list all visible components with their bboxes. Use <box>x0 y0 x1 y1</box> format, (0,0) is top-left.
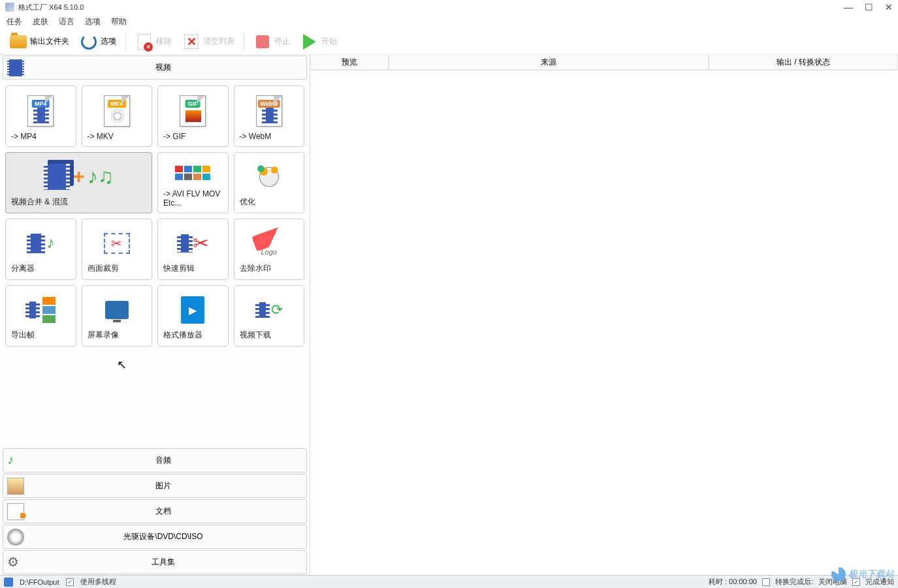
film-icon <box>44 164 70 190</box>
menu-skin[interactable]: 皮肤 <box>33 16 48 27</box>
tile-screen-record[interactable]: 屏幕录像 <box>82 285 153 347</box>
remove-label: 移除 <box>156 36 172 47</box>
picture-icon <box>7 478 24 495</box>
tile-label: 快速剪辑 <box>163 263 223 274</box>
category-audio[interactable]: ♪ 音频 <box>3 448 307 472</box>
player-icon <box>181 296 204 324</box>
category-document[interactable]: 文档 <box>3 499 307 523</box>
column-output[interactable]: 输出 / 转换状态 <box>709 55 898 70</box>
tile-mp4[interactable]: MP4 -> MP4 <box>5 85 76 147</box>
clear-list-label: 清空列表 <box>203 36 234 47</box>
multithread-label: 使用多线程 <box>80 577 116 587</box>
clear-icon: ✕ <box>184 35 199 49</box>
export-frame-icon <box>25 297 56 323</box>
options-button[interactable]: 选项 <box>76 31 120 53</box>
notify-label: 完成通知 <box>865 577 894 587</box>
stop-button[interactable]: 停止 <box>249 31 294 53</box>
tile-splitter[interactable]: ♪ 分离器 <box>5 219 76 280</box>
category-label: 文档 <box>24 506 302 517</box>
menu-task[interactable]: 任务 <box>7 16 22 27</box>
toolbar-separator <box>125 33 126 51</box>
tile-label: 分离器 <box>11 263 71 274</box>
download-icon: ⟳ <box>255 302 283 318</box>
tile-label: -> AVI FLV MOV Etc... <box>163 189 223 208</box>
output-path[interactable]: D:\FFOutput <box>20 578 59 586</box>
tile-label: -> MKV <box>88 132 147 141</box>
column-preview[interactable]: 预览 <box>310 55 389 70</box>
column-source[interactable]: 来源 <box>389 55 709 70</box>
tile-crop[interactable]: 画面裁剪 <box>82 219 153 280</box>
formats-icon <box>175 166 210 180</box>
sidebar: 视频 MP4 -> MP4 MKV -> MKV GIF -> GIF WebM… <box>0 55 310 575</box>
tile-label: -> MP4 <box>11 132 71 141</box>
tile-gif[interactable]: GIF -> GIF <box>157 85 229 147</box>
toolbar-separator <box>244 33 244 51</box>
app-icon <box>5 3 14 12</box>
tile-label: 优化 <box>240 196 299 208</box>
crop-icon <box>104 233 130 254</box>
music-note-icon: ♪♫ <box>88 164 114 189</box>
tile-video-download[interactable]: ⟳ 视频下载 <box>234 285 305 347</box>
optimize-icon <box>255 163 283 191</box>
tile-label: 屏幕录像 <box>88 330 147 341</box>
document-icon <box>7 503 24 520</box>
options-icon <box>81 34 97 50</box>
minimize-button[interactable]: — <box>844 3 853 12</box>
remove-button[interactable]: 移除 <box>131 31 176 53</box>
output-folder-label: 输出文件夹 <box>30 36 69 47</box>
monitor-icon <box>105 301 129 319</box>
tile-remove-watermark[interactable]: Logo 去除水印 <box>234 219 305 280</box>
category-video[interactable]: 视频 <box>3 55 307 80</box>
tile-export-frame[interactable]: 导出帧 <box>5 285 76 347</box>
webm-icon: WebM <box>256 95 282 127</box>
folder-small-icon <box>4 578 13 587</box>
task-table-body[interactable] <box>310 70 898 575</box>
output-folder-button[interactable]: 输出文件夹 <box>5 31 73 53</box>
shutdown-label: 关闭电脑 <box>818 577 847 587</box>
close-button[interactable]: ✕ <box>885 3 893 12</box>
options-label: 选项 <box>101 36 116 47</box>
svg-point-3 <box>257 165 265 172</box>
audio-icon: ♪ <box>7 452 24 469</box>
start-label: 开始 <box>321 36 337 47</box>
video-tools-grid: MP4 -> MP4 MKV -> MKV GIF -> GIF WebM ->… <box>3 83 307 349</box>
tile-avi-etc[interactable]: -> AVI FLV MOV Etc... <box>157 152 229 213</box>
svg-point-2 <box>271 166 278 174</box>
category-toolkit[interactable]: ⚙ 工具集 <box>3 550 307 574</box>
tile-label: 格式播放器 <box>163 330 223 341</box>
elapsed-value: 00:00:00 <box>729 578 757 585</box>
clear-list-button[interactable]: ✕ 清空列表 <box>178 31 238 53</box>
tile-label: -> WebM <box>240 132 299 141</box>
start-button[interactable]: 开始 <box>297 31 341 53</box>
menu-option[interactable]: 选项 <box>85 16 101 27</box>
maximize-button[interactable]: ☐ <box>865 3 873 12</box>
trim-icon: ✂ <box>177 232 209 255</box>
tile-webm[interactable]: WebM -> WebM <box>234 85 305 147</box>
titlebar: 格式工厂 X64 5.10.0 — ☐ ✕ <box>0 0 898 14</box>
category-picture[interactable]: 图片 <box>3 474 307 498</box>
tile-label: 去除水印 <box>240 263 299 274</box>
mp4-icon: MP4 <box>27 95 54 127</box>
statusbar: D:\FFOutput 使用多线程 耗时 : 00:00:00 转换完成后: 关… <box>0 575 898 588</box>
after-convert-checkbox[interactable] <box>762 578 770 586</box>
tile-mkv[interactable]: MKV -> MKV <box>82 85 153 147</box>
tile-label: 视频合并 & 混流 <box>11 196 146 208</box>
category-label: 图片 <box>24 480 302 491</box>
window-title: 格式工厂 X64 5.10.0 <box>18 3 84 12</box>
tile-label: 导出帧 <box>11 330 71 341</box>
tile-optimize[interactable]: 优化 <box>234 152 305 213</box>
category-label: 视频 <box>24 62 302 73</box>
menu-language[interactable]: 语言 <box>59 16 74 27</box>
task-table-header: 预览 来源 输出 / 转换状态 <box>310 55 898 70</box>
tile-format-player[interactable]: 格式播放器 <box>157 285 229 347</box>
after-convert-label: 转换完成后: <box>775 577 813 587</box>
remove-icon <box>138 34 151 50</box>
category-optical[interactable]: 光驱设备\DVD\CD\ISO <box>3 525 307 549</box>
video-icon <box>7 59 24 76</box>
menu-help[interactable]: 帮助 <box>111 16 127 27</box>
notify-checkbox[interactable] <box>852 578 860 586</box>
toolbar: 输出文件夹 选项 移除 ✕ 清空列表 停止 开始 <box>0 29 898 55</box>
multithread-checkbox[interactable] <box>66 578 74 586</box>
tile-video-merge[interactable]: + ♪♫ 视频合并 & 混流 ↖ <box>5 152 152 213</box>
tile-quick-trim[interactable]: ✂ 快速剪辑 <box>157 219 229 280</box>
